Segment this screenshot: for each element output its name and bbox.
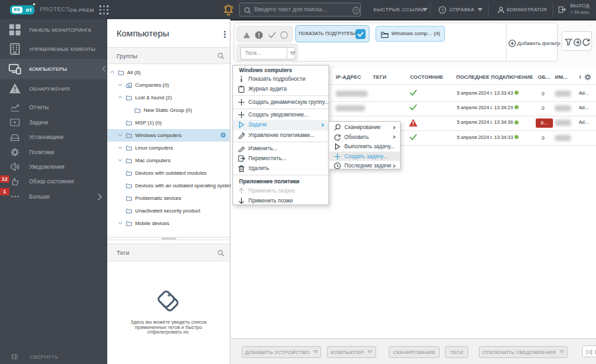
svg-text:?: ? [355,8,358,14]
svg-text:?: ? [441,7,444,13]
